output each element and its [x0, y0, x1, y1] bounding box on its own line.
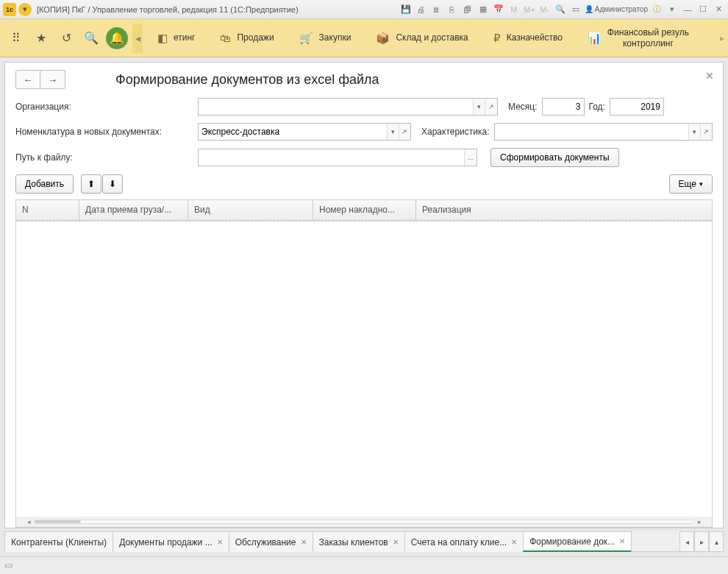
- year-label: Год:: [589, 102, 605, 112]
- nav-section-finance[interactable]: 📊Финансовый резуль контроллинг: [577, 19, 699, 57]
- favorites-star-icon[interactable]: ★: [31, 28, 51, 49]
- month-input-wrap: [542, 98, 585, 116]
- window-title: [КОПИЯ] ПкГ / Управление торговлей, реда…: [37, 5, 299, 14]
- bottom-tabs: Контрагенты (Клиенты) Документы продажи …: [4, 531, 724, 552]
- notifications-bell-icon[interactable]: 🔔: [106, 27, 128, 49]
- app-menu-dropdown[interactable]: ▾: [18, 3, 32, 16]
- tab-service[interactable]: Обслуживание✕: [229, 531, 313, 552]
- sales-icon: 🛍: [220, 32, 231, 44]
- marketing-icon: ◧: [157, 32, 168, 45]
- info-icon[interactable]: ⓘ: [650, 3, 663, 16]
- tabs-scroll-right[interactable]: ▸: [694, 531, 709, 552]
- month-input[interactable]: [543, 99, 584, 115]
- col-type[interactable]: Вид: [188, 200, 313, 220]
- history-icon[interactable]: ↺: [56, 28, 76, 49]
- nomenclature-input[interactable]: [199, 124, 387, 140]
- window-icon[interactable]: ▭: [569, 3, 582, 16]
- print-icon[interactable]: 🖨: [415, 3, 428, 16]
- filepath-browse-icon[interactable]: …: [464, 149, 477, 166]
- history-nav-group: ← →: [15, 70, 65, 89]
- tab-formation[interactable]: Формирование док...✕: [523, 531, 632, 552]
- compare-icon[interactable]: ⎘: [446, 3, 459, 16]
- nomenclature-input-wrap: ▾ ↗: [198, 123, 411, 141]
- close-tab-icon[interactable]: ✕: [301, 538, 307, 546]
- move-down-button[interactable]: ⬇: [102, 174, 123, 194]
- apps-grid-icon[interactable]: ⠿: [6, 28, 26, 49]
- close-page-icon[interactable]: ✕: [705, 70, 714, 82]
- filepath-input[interactable]: [199, 149, 464, 166]
- close-window-icon[interactable]: ✕: [712, 3, 725, 16]
- characteristic-open-icon[interactable]: ↗: [700, 124, 712, 140]
- dropdown-icon[interactable]: ▾: [665, 3, 679, 16]
- col-number[interactable]: Номер накладно...: [313, 200, 416, 220]
- finance-icon: 📊: [588, 32, 602, 45]
- m-minus-button[interactable]: M-: [538, 3, 552, 16]
- warehouse-icon: 📦: [376, 32, 390, 45]
- close-tab-icon[interactable]: ✕: [619, 537, 625, 545]
- m-plus-button[interactable]: M+: [523, 3, 536, 16]
- search-icon[interactable]: 🔍: [81, 28, 101, 49]
- nomenclature-open-icon[interactable]: ↗: [399, 124, 410, 140]
- nav-scroll-right[interactable]: ▸: [718, 19, 727, 57]
- nomenclature-dropdown-icon[interactable]: ▾: [387, 124, 399, 140]
- tab-invoices[interactable]: Счета на оплату клие...✕: [404, 531, 524, 552]
- copy-icon[interactable]: 🗐: [461, 3, 474, 16]
- table-body[interactable]: [16, 221, 712, 517]
- forward-button[interactable]: →: [40, 70, 65, 89]
- characteristic-input-wrap: ▾ ↗: [494, 123, 713, 141]
- nav-section-purchases[interactable]: 🛒Закупки: [289, 19, 362, 57]
- save-icon[interactable]: 💾: [399, 3, 413, 16]
- tab-sales-documents[interactable]: Документы продажи ...✕: [113, 531, 229, 552]
- month-label: Месяц:: [508, 102, 538, 112]
- more-button[interactable]: Еще▾: [669, 174, 713, 194]
- nav-section-treasury[interactable]: ₽Казначейство: [483, 19, 573, 57]
- chevron-down-icon: ▾: [699, 180, 703, 188]
- scroll-right-icon[interactable]: ▸: [696, 518, 703, 525]
- tab-client-orders[interactable]: Заказы клиентов✕: [313, 531, 405, 552]
- org-input[interactable]: [199, 99, 473, 115]
- page-body: ✕ ← → Формирование документов из excel ф…: [4, 62, 724, 528]
- col-realization[interactable]: Реализация: [416, 200, 712, 220]
- year-input[interactable]: [610, 99, 663, 115]
- treasury-icon: ₽: [493, 32, 501, 45]
- back-button[interactable]: ←: [15, 70, 40, 89]
- tabs-scroll-left[interactable]: ◂: [679, 531, 694, 552]
- maximize-icon[interactable]: ☐: [696, 3, 710, 16]
- main-navbar: ⠿ ★ ↺ 🔍 🔔 ◂ ◧етинг 🛍Продажи 🛒Закупки 📦Ск…: [0, 19, 728, 57]
- nav-section-warehouse[interactable]: 📦Склад и доставка: [365, 19, 478, 57]
- year-input-wrap: [610, 98, 664, 116]
- characteristic-input[interactable]: [495, 124, 688, 140]
- titlebar: 1c ▾ [КОПИЯ] ПкГ / Управление торговлей,…: [0, 0, 728, 19]
- status-icon[interactable]: ▭: [4, 560, 16, 572]
- close-tab-icon[interactable]: ✕: [393, 538, 399, 546]
- characteristic-label: Характеристика:: [421, 127, 490, 137]
- documents-table: N Дата приема груза/... Вид Номер наклад…: [15, 199, 713, 528]
- minimize-icon[interactable]: —: [681, 3, 694, 16]
- org-open-icon[interactable]: ↗: [485, 99, 497, 115]
- tab-contractors[interactable]: Контрагенты (Клиенты): [4, 531, 113, 552]
- scroll-left-icon[interactable]: ◂: [25, 518, 32, 525]
- add-button[interactable]: Добавить: [15, 174, 74, 194]
- col-n[interactable]: N: [16, 200, 79, 220]
- calendar-icon[interactable]: 📅: [492, 3, 505, 16]
- zoom-icon[interactable]: 🔍: [554, 3, 567, 16]
- org-dropdown-icon[interactable]: ▾: [473, 99, 485, 115]
- close-tab-icon[interactable]: ✕: [217, 538, 223, 546]
- m-button[interactable]: M: [507, 3, 521, 16]
- col-date[interactable]: Дата приема груза/...: [79, 200, 188, 220]
- characteristic-dropdown-icon[interactable]: ▾: [688, 124, 700, 140]
- nav-section-marketing[interactable]: ◧етинг: [147, 19, 205, 57]
- move-up-button[interactable]: ⬆: [81, 174, 101, 194]
- org-label: Организация:: [15, 102, 193, 112]
- table-hscrollbar[interactable]: ◂ ▸: [16, 517, 712, 527]
- preview-icon[interactable]: 🗎: [430, 3, 443, 16]
- app-logo-icon[interactable]: 1c: [3, 3, 16, 16]
- close-tab-icon[interactable]: ✕: [511, 538, 517, 546]
- user-label[interactable]: 👤Администратор: [585, 5, 648, 13]
- generate-documents-button[interactable]: Сформировать документы: [490, 148, 619, 167]
- nav-section-sales[interactable]: 🛍Продажи: [210, 19, 284, 57]
- calculator-icon[interactable]: ▦: [477, 3, 490, 16]
- page-title: Формирование документов из excel файла: [115, 72, 379, 88]
- tabs-menu[interactable]: ▴: [709, 531, 724, 552]
- nav-scroll-left[interactable]: ◂: [132, 24, 143, 53]
